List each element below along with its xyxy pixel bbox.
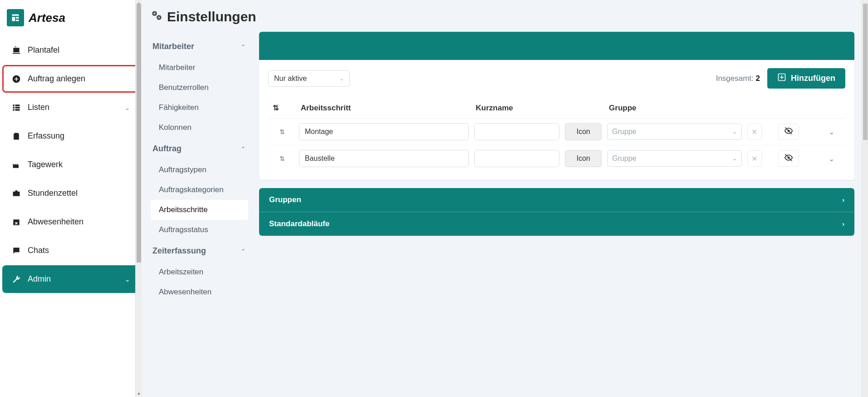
board-icon [11, 46, 21, 55]
chevron-down-icon: ⌄ [125, 104, 130, 111]
row-expand[interactable]: ⌄ [817, 145, 845, 172]
settings-item-benutzerrollen[interactable]: Benutzerrollen [151, 78, 248, 98]
gears-icon [151, 10, 162, 24]
totals-text: Insgesamt: [716, 74, 754, 83]
x-icon: ✕ [751, 154, 757, 163]
accordion-gruppen[interactable]: Gruppen › [259, 188, 854, 212]
chat-icon [11, 246, 21, 255]
col-arbeitsschritt[interactable]: Arbeitsschritt [296, 98, 471, 119]
row-expand[interactable]: ⌄ [817, 119, 845, 145]
kurzname-input[interactable] [474, 123, 560, 140]
settings-item-kolonnen[interactable]: Kolonnen [151, 118, 248, 138]
gruppe-placeholder: Gruppe [612, 154, 636, 163]
gruppe-placeholder: Gruppe [612, 128, 636, 136]
settings-group-auftrag[interactable]: Auftrag ⌃ [151, 138, 248, 160]
group-title: Zeiterfassung [152, 246, 206, 256]
nav-label: Abwesenheiten [28, 217, 83, 227]
app-sidebar: Artesa Plantafel Auftrag anlegen Listen … [0, 0, 142, 397]
chevron-down-icon: ⌄ [732, 155, 737, 162]
nav-label: Stundenzettel [28, 189, 78, 198]
arbeitsschritt-input[interactable] [299, 123, 469, 140]
filter-value: Nur aktive [274, 74, 307, 83]
settings-nav: Einstellungen Mitarbeiter ⌃ Mitarbeiter … [142, 0, 253, 397]
settings-item-auftragsstatus[interactable]: Auftragsstatus [151, 220, 248, 240]
nav-label: Listen [28, 103, 49, 112]
settings-item-arbeitsschritte[interactable]: Arbeitsschritte [151, 200, 248, 220]
main-area: Einstellungen Mitarbeiter ⌃ Mitarbeiter … [142, 0, 868, 397]
accordion-title: Standardabläufe [269, 219, 329, 228]
settings-item-faehigkeiten[interactable]: Fähigkeiten [151, 98, 248, 118]
nav-stundenzettel[interactable]: Stundenzettel [2, 179, 139, 207]
chevron-down-icon: ⌄ [339, 75, 344, 82]
col-gruppe[interactable]: Gruppe [604, 98, 745, 119]
scroll-thumb[interactable] [137, 4, 141, 263]
drag-handle-icon[interactable]: ⇅ [268, 119, 296, 145]
logo-text: Artesa [29, 11, 65, 25]
chevron-up-icon: ⌃ [241, 146, 245, 152]
settings-item-mitarbeiter[interactable]: Mitarbeiter [151, 58, 248, 78]
settings-item-auftragstypen[interactable]: Auftragstypen [151, 160, 248, 180]
accordion-group: Gruppen › Standardabläufe › [259, 188, 854, 236]
page-title: Einstellungen [151, 9, 248, 25]
settings-item-arbeitszeiten[interactable]: Arbeitszeiten [151, 262, 248, 282]
kurzname-input[interactable] [474, 150, 560, 167]
group-title: Auftrag [152, 144, 181, 154]
filter-select[interactable]: Nur aktive ⌄ [268, 70, 350, 87]
nav-label: Admin [28, 274, 51, 284]
clear-button: ✕ [747, 150, 762, 167]
svg-point-4 [158, 17, 160, 18]
col-kurzname[interactable]: Kurzname [471, 98, 563, 119]
settings-group-mitarbeiter[interactable]: Mitarbeiter ⌃ [151, 35, 248, 58]
scroll-thumb[interactable] [863, 4, 868, 140]
nav-listen[interactable]: Listen ⌄ [2, 94, 139, 121]
chevron-down-icon: ⌄ [829, 128, 834, 136]
icon-picker-button[interactable]: Icon [565, 123, 602, 140]
nav-erfassung[interactable]: Erfassung [2, 122, 139, 150]
x-icon: ✕ [751, 128, 757, 136]
clear-button: ✕ [747, 124, 762, 140]
col-sort[interactable]: ⇅ [268, 98, 296, 119]
visibility-toggle[interactable] [778, 150, 799, 167]
visibility-toggle[interactable] [778, 124, 799, 140]
chevron-up-icon: ⌃ [241, 248, 245, 254]
add-button[interactable]: Hinzufügen [767, 68, 845, 89]
toolbar: Nur aktive ⌄ Insgesamt: 2 Hinzufügen [268, 68, 845, 89]
chevron-down-icon: ⌄ [829, 155, 834, 163]
icon-picker-button[interactable]: Icon [565, 150, 602, 167]
nav-label: Plantafel [28, 45, 59, 55]
plus-square-icon [777, 73, 786, 84]
nav-auftrag-anlegen[interactable]: Auftrag anlegen [2, 65, 139, 93]
arbeitsschritte-panel: Nur aktive ⌄ Insgesamt: 2 Hinzufügen [259, 32, 854, 180]
nav-plantafel[interactable]: Plantafel [2, 36, 139, 64]
nav-label: Erfassung [28, 131, 64, 141]
drag-handle-icon[interactable]: ⇅ [268, 145, 296, 172]
arbeitsschritt-input[interactable] [299, 150, 469, 167]
main-scrollbar[interactable] [862, 0, 868, 397]
chevron-right-icon: › [842, 220, 844, 228]
logo-mark-icon [7, 9, 24, 26]
nav-label: Chats [28, 246, 49, 255]
eye-off-icon [784, 153, 793, 164]
settings-group-zeiterfassung[interactable]: Zeiterfassung ⌃ [151, 240, 248, 262]
sidebar-scrollbar[interactable]: ▲ ▼ [135, 0, 142, 397]
scroll-down-icon[interactable]: ▼ [136, 391, 142, 397]
accordion-standardablaeufe[interactable]: Standardabläufe › [259, 212, 854, 236]
settings-item-auftragskategorien[interactable]: Auftragskategorien [151, 180, 248, 200]
svg-point-3 [154, 13, 155, 14]
nav-chats[interactable]: Chats [2, 237, 139, 264]
nav-label: Tagewerk [28, 160, 63, 169]
settings-item-abwesenheiten[interactable]: Abwesenheiten [151, 282, 248, 302]
chevron-down-icon: ⌄ [732, 129, 737, 135]
briefcase-icon [11, 189, 21, 198]
gruppe-select[interactable]: Gruppe ⌄ [607, 124, 742, 140]
calendar-x-icon [11, 218, 21, 227]
add-button-label: Hinzufügen [791, 74, 835, 83]
nav-admin[interactable]: Admin ⌄ [2, 265, 139, 293]
clipboard-icon [11, 132, 21, 141]
nav-tagewerk[interactable]: Tagewerk [2, 151, 139, 179]
factory-icon [11, 160, 21, 169]
app-logo: Artesa [2, 5, 139, 35]
plus-circle-icon [11, 74, 21, 84]
nav-abwesenheiten[interactable]: Abwesenheiten [2, 208, 139, 236]
gruppe-select[interactable]: Gruppe ⌄ [607, 150, 742, 167]
